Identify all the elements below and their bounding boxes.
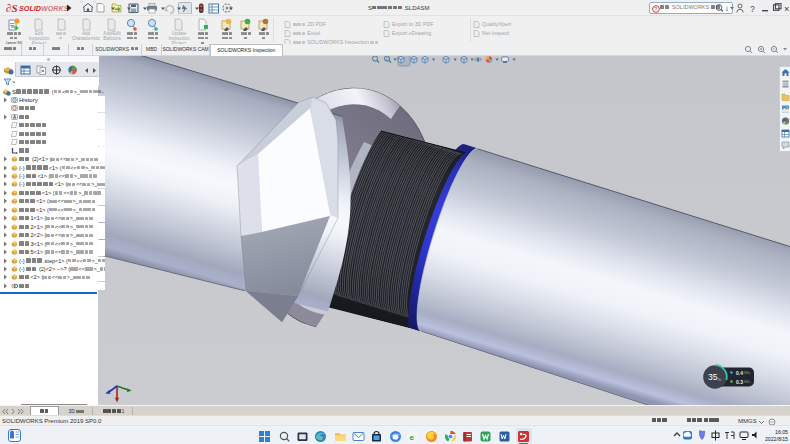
svg-text:∂S: ∂S (6, 2, 18, 14)
svg-text:%: % (718, 377, 722, 382)
svg-text:?: ? (654, 6, 657, 12)
svg-text:?: ? (750, 4, 755, 14)
svg-text:0.4: 0.4 (736, 370, 743, 376)
svg-text:e: e (410, 432, 415, 441)
svg-text:×: × (784, 4, 789, 14)
svg-text:SOLIDWORKS: SOLIDWORKS (19, 4, 69, 13)
svg-text:0.3: 0.3 (736, 379, 743, 385)
svg-text:35: 35 (708, 372, 718, 382)
svg-text:A: A (12, 114, 16, 120)
svg-text:KB/s: KB/s (744, 371, 751, 375)
svg-text:KB/s: KB/s (744, 380, 751, 384)
